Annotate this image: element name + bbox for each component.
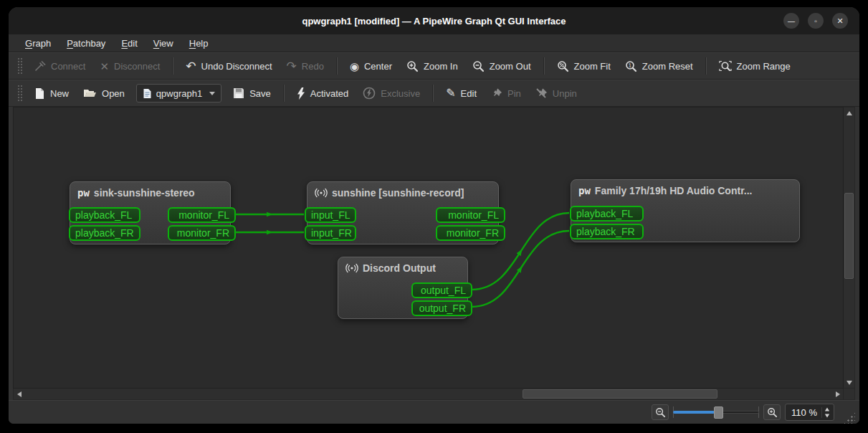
- node-sink-sunshine-stereo[interactable]: pw sink-sunshine-stereo playback_FL play…: [70, 181, 231, 244]
- node-title: Discord Output: [363, 262, 436, 274]
- toolbar-drag-handle[interactable]: [17, 57, 23, 75]
- stream-icon: [345, 263, 358, 273]
- horizontal-scroll-track[interactable]: [24, 389, 832, 399]
- node-family-hd-audio[interactable]: pw Family 17h/19h HD Audio Contr... play…: [571, 179, 800, 242]
- toolbar-separator: [705, 57, 707, 75]
- port-monitor_FR[interactable]: monitor_FR: [436, 225, 505, 241]
- disconnect-icon: ✕: [100, 61, 109, 72]
- port-input_FR[interactable]: input_FR: [305, 225, 356, 241]
- save-icon: [233, 87, 244, 99]
- center-icon: ◉: [350, 61, 359, 72]
- node-sunshine[interactable]: sunshine [sunshine-record] input_FL inpu…: [307, 181, 499, 244]
- port-output_FR[interactable]: output_FR: [411, 300, 472, 316]
- redo-button[interactable]: ↷ Redo: [280, 57, 331, 76]
- open-button[interactable]: Open: [76, 84, 132, 103]
- horizontal-scrollbar[interactable]: [13, 389, 844, 400]
- zoom-range-button[interactable]: Zoom Range: [712, 57, 798, 76]
- scroll-up-button[interactable]: [844, 108, 854, 118]
- horizontal-scroll-thumb[interactable]: [523, 389, 717, 399]
- activated-label: Activated: [310, 88, 348, 99]
- pipewire-icon: pw: [578, 185, 591, 196]
- undo-disconnect-label: Undo Disconnect: [201, 61, 272, 72]
- new-button[interactable]: New: [27, 84, 76, 103]
- menu-graph[interactable]: Graph: [19, 36, 57, 51]
- center-label: Center: [364, 61, 392, 72]
- spin-down-button[interactable]: [825, 414, 829, 417]
- pin-button[interactable]: Pin: [484, 84, 528, 103]
- toolbar-drag-handle[interactable]: [17, 85, 23, 102]
- toolbar-separator: [283, 85, 285, 102]
- spin-up-button[interactable]: [825, 407, 829, 411]
- zoom-in-button[interactable]: Zoom In: [399, 57, 465, 76]
- window-controls: — ▫ ✕: [783, 13, 848, 29]
- pin-icon: [491, 87, 502, 99]
- connection-links: [14, 108, 843, 388]
- port-monitor_FL[interactable]: monitor_FL: [168, 207, 236, 223]
- titlebar[interactable]: qpwgraph1 [modified] — A PipeWire Graph …: [9, 7, 859, 34]
- edit-button[interactable]: ✎ Edit: [439, 84, 484, 103]
- minimize-button[interactable]: —: [783, 13, 799, 29]
- zoom-out-button[interactable]: Zoom Out: [465, 57, 538, 76]
- arrow-up-icon: [846, 111, 852, 115]
- zoom-out-icon: [472, 60, 485, 72]
- zoom-reset-button[interactable]: 1 Zoom Reset: [618, 57, 700, 76]
- port-monitor_FL[interactable]: monitor_FL: [436, 207, 505, 223]
- unpin-button[interactable]: Unpin: [528, 84, 584, 103]
- center-button[interactable]: ◉ Center: [343, 57, 399, 75]
- session-combo-value: qpwgraph1: [156, 88, 202, 99]
- save-button[interactable]: Save: [226, 84, 278, 103]
- resize-grip[interactable]: [843, 411, 855, 424]
- canvas-zone: pw sink-sunshine-stereo playback_FL play…: [9, 107, 859, 400]
- scrollbar-corner: [844, 389, 855, 400]
- connect-button[interactable]: Connect: [27, 57, 92, 75]
- window-title: qpwgraph1 [modified] — A PipeWire Graph …: [9, 16, 859, 27]
- statusbar: 110 %: [9, 400, 859, 424]
- statusbar-zoom-in-button[interactable]: [763, 404, 781, 420]
- scroll-right-button[interactable]: [832, 389, 843, 399]
- scroll-down-button[interactable]: [844, 377, 854, 388]
- qpwgraph-window: qpwgraph1 [modified] — A PipeWire Graph …: [9, 7, 859, 424]
- zoom-in-icon: [767, 407, 778, 418]
- disconnect-button[interactable]: ✕ Disconnect: [92, 57, 167, 75]
- menu-help[interactable]: Help: [183, 36, 215, 51]
- zoom-range-icon: [719, 60, 732, 72]
- zoom-range-label: Zoom Range: [737, 61, 791, 72]
- save-label: Save: [249, 88, 271, 99]
- zoom-slider-handle[interactable]: [714, 406, 723, 419]
- port-output_FL[interactable]: output_FL: [411, 282, 472, 298]
- port-monitor_FR[interactable]: monitor_FR: [168, 225, 236, 241]
- exclusive-button[interactable]: Exclusive: [356, 83, 427, 103]
- scroll-left-button[interactable]: [14, 389, 24, 399]
- maximize-button[interactable]: ▫: [808, 13, 824, 29]
- vertical-scrollbar[interactable]: [844, 107, 855, 389]
- zoom-slider-fill: [673, 411, 715, 414]
- menu-patchbay[interactable]: Patchbay: [60, 36, 112, 51]
- vertical-scroll-thumb[interactable]: [844, 193, 854, 279]
- zoom-fit-button[interactable]: Zoom Fit: [550, 57, 618, 76]
- disconnect-label: Disconnect: [114, 61, 160, 72]
- port-input_FL[interactable]: input_FL: [305, 207, 356, 223]
- close-button[interactable]: ✕: [832, 13, 848, 29]
- activated-button[interactable]: Activated: [290, 84, 356, 103]
- graph-toolbar: Connect ✕ Disconnect ↶ Undo Disconnect ↷…: [9, 52, 859, 80]
- zoom-slider[interactable]: [673, 405, 759, 419]
- statusbar-zoom-out-button[interactable]: [652, 404, 669, 420]
- zoom-reset-icon: 1: [625, 60, 637, 72]
- graph-canvas[interactable]: pw sink-sunshine-stereo playback_FL play…: [13, 107, 844, 389]
- zoom-spinbox[interactable]: 110 %: [785, 404, 834, 421]
- menu-edit[interactable]: Edit: [115, 36, 143, 51]
- port-playback_FL[interactable]: playback_FL: [570, 206, 644, 222]
- port-playback_FL[interactable]: playback_FL: [69, 207, 140, 223]
- node-discord-output[interactable]: Discord Output output_FL output_FR: [338, 257, 468, 319]
- vertical-scroll-track[interactable]: [844, 118, 854, 377]
- menu-view[interactable]: View: [147, 36, 180, 51]
- patchbay-file-icon: [143, 88, 152, 99]
- session-combo[interactable]: qpwgraph1: [136, 84, 221, 103]
- port-playback_FR[interactable]: playback_FR: [570, 224, 644, 239]
- chevron-down-icon: [209, 92, 215, 95]
- port-playback_FR[interactable]: playback_FR: [69, 225, 140, 241]
- menubar: Graph Patchbay Edit View Help: [9, 34, 859, 52]
- arrow-left-icon: [17, 391, 22, 397]
- undo-disconnect-button[interactable]: ↶ Undo Disconnect: [178, 57, 279, 76]
- connect-label: Connect: [51, 61, 85, 72]
